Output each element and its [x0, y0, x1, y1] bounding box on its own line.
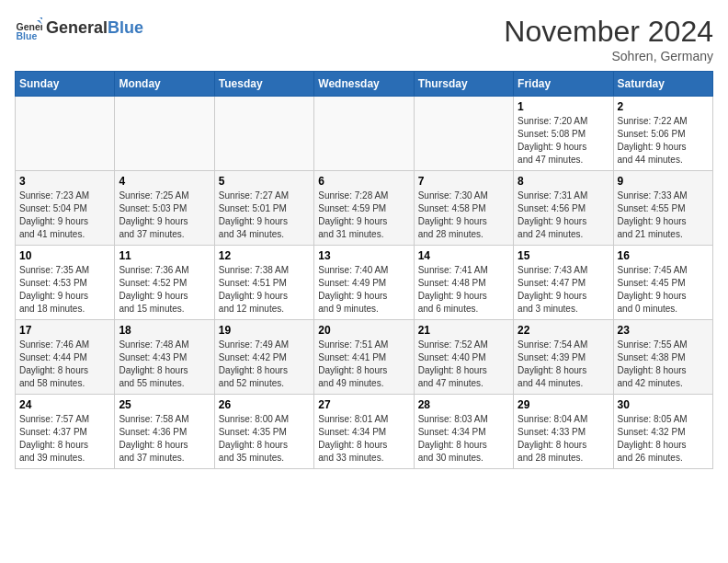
calendar-cell — [314, 97, 414, 171]
day-info: Sunrise: 8:03 AM Sunset: 4:34 PM Dayligh… — [418, 413, 509, 465]
month-title: November 2024 — [504, 15, 713, 49]
calendar-cell: 2Sunrise: 7:22 AM Sunset: 5:06 PM Daylig… — [613, 97, 712, 171]
day-number: 23 — [618, 324, 709, 337]
calendar-cell: 13Sunrise: 7:40 AM Sunset: 4:49 PM Dayli… — [314, 246, 414, 320]
location-title: Sohren, Germany — [504, 49, 713, 63]
day-info: Sunrise: 7:35 AM Sunset: 4:53 PM Dayligh… — [19, 264, 110, 316]
calendar-cell: 20Sunrise: 7:51 AM Sunset: 4:41 PM Dayli… — [314, 320, 414, 395]
calendar-cell: 21Sunrise: 7:52 AM Sunset: 4:40 PM Dayli… — [414, 320, 513, 395]
calendar-cell: 11Sunrise: 7:36 AM Sunset: 4:52 PM Dayli… — [115, 246, 214, 320]
day-number: 30 — [618, 398, 709, 411]
day-number: 4 — [119, 175, 210, 188]
day-info: Sunrise: 7:25 AM Sunset: 5:03 PM Dayligh… — [119, 190, 210, 241]
calendar-cell: 8Sunrise: 7:31 AM Sunset: 4:56 PM Daylig… — [514, 171, 613, 246]
weekday-header-sunday: Sunday — [16, 72, 115, 97]
calendar-cell: 18Sunrise: 7:48 AM Sunset: 4:43 PM Dayli… — [115, 320, 214, 395]
day-number: 14 — [418, 249, 509, 262]
calendar-cell: 15Sunrise: 7:43 AM Sunset: 4:47 PM Dayli… — [514, 246, 613, 320]
day-info: Sunrise: 7:23 AM Sunset: 5:04 PM Dayligh… — [19, 190, 110, 241]
title-area: November 2024 Sohren, Germany — [504, 15, 713, 63]
week-row-1: 1Sunrise: 7:20 AM Sunset: 5:08 PM Daylig… — [16, 97, 713, 171]
day-number: 29 — [518, 398, 609, 411]
weekday-header-wednesday: Wednesday — [314, 72, 414, 97]
calendar-cell: 16Sunrise: 7:45 AM Sunset: 4:45 PM Dayli… — [613, 246, 712, 320]
week-row-3: 10Sunrise: 7:35 AM Sunset: 4:53 PM Dayli… — [16, 246, 713, 320]
calendar-cell: 28Sunrise: 8:03 AM Sunset: 4:34 PM Dayli… — [414, 395, 513, 469]
day-number: 17 — [19, 324, 110, 337]
day-info: Sunrise: 7:33 AM Sunset: 4:55 PM Dayligh… — [618, 190, 709, 241]
calendar-cell: 5Sunrise: 7:27 AM Sunset: 5:01 PM Daylig… — [214, 171, 313, 246]
calendar-cell: 7Sunrise: 7:30 AM Sunset: 4:58 PM Daylig… — [414, 171, 513, 246]
day-info: Sunrise: 7:46 AM Sunset: 4:44 PM Dayligh… — [19, 339, 110, 390]
day-info: Sunrise: 7:49 AM Sunset: 4:42 PM Dayligh… — [219, 339, 310, 390]
day-info: Sunrise: 8:01 AM Sunset: 4:34 PM Dayligh… — [318, 413, 409, 465]
calendar-cell: 23Sunrise: 7:55 AM Sunset: 4:38 PM Dayli… — [613, 320, 712, 395]
weekday-header-tuesday: Tuesday — [214, 72, 313, 97]
calendar-cell: 24Sunrise: 7:57 AM Sunset: 4:37 PM Dayli… — [16, 395, 115, 469]
day-info: Sunrise: 8:04 AM Sunset: 4:33 PM Dayligh… — [518, 413, 609, 465]
weekday-header-monday: Monday — [115, 72, 214, 97]
day-info: Sunrise: 7:30 AM Sunset: 4:58 PM Dayligh… — [418, 190, 509, 241]
weekday-header-friday: Friday — [514, 72, 613, 97]
calendar-cell — [214, 97, 313, 171]
calendar-cell: 25Sunrise: 7:58 AM Sunset: 4:36 PM Dayli… — [115, 395, 214, 469]
week-row-5: 24Sunrise: 7:57 AM Sunset: 4:37 PM Dayli… — [16, 395, 713, 469]
weekday-header-thursday: Thursday — [414, 72, 513, 97]
calendar-cell: 9Sunrise: 7:33 AM Sunset: 4:55 PM Daylig… — [613, 171, 712, 246]
day-number: 2 — [618, 100, 709, 113]
day-info: Sunrise: 7:57 AM Sunset: 4:37 PM Dayligh… — [19, 413, 110, 465]
day-number: 11 — [119, 249, 210, 262]
day-info: Sunrise: 7:20 AM Sunset: 5:08 PM Dayligh… — [518, 115, 609, 167]
calendar-cell: 27Sunrise: 8:01 AM Sunset: 4:34 PM Dayli… — [314, 395, 414, 469]
day-number: 27 — [318, 398, 409, 411]
day-number: 25 — [119, 398, 210, 411]
day-number: 3 — [19, 175, 110, 188]
day-info: Sunrise: 7:27 AM Sunset: 5:01 PM Dayligh… — [219, 190, 310, 241]
day-info: Sunrise: 7:45 AM Sunset: 4:45 PM Dayligh… — [618, 264, 709, 316]
day-number: 7 — [418, 175, 509, 188]
day-number: 12 — [219, 249, 310, 262]
day-info: Sunrise: 7:38 AM Sunset: 4:51 PM Dayligh… — [219, 264, 310, 316]
calendar-cell: 4Sunrise: 7:25 AM Sunset: 5:03 PM Daylig… — [115, 171, 214, 246]
calendar-cell: 12Sunrise: 7:38 AM Sunset: 4:51 PM Dayli… — [214, 246, 313, 320]
day-info: Sunrise: 7:52 AM Sunset: 4:40 PM Dayligh… — [418, 339, 509, 390]
day-info: Sunrise: 7:55 AM Sunset: 4:38 PM Dayligh… — [618, 339, 709, 390]
day-info: Sunrise: 7:54 AM Sunset: 4:39 PM Dayligh… — [518, 339, 609, 390]
calendar-cell: 22Sunrise: 7:54 AM Sunset: 4:39 PM Dayli… — [514, 320, 613, 395]
day-number: 13 — [318, 249, 409, 262]
logo-text: GeneralBlue — [46, 19, 143, 38]
day-number: 19 — [219, 324, 310, 337]
day-number: 1 — [518, 100, 609, 113]
day-number: 22 — [518, 324, 609, 337]
day-info: Sunrise: 7:48 AM Sunset: 4:43 PM Dayligh… — [119, 339, 210, 390]
calendar-cell: 29Sunrise: 8:04 AM Sunset: 4:33 PM Dayli… — [514, 395, 613, 469]
day-info: Sunrise: 7:51 AM Sunset: 4:41 PM Dayligh… — [318, 339, 409, 390]
header: General Blue GeneralBlue November 2024 S… — [15, 15, 713, 63]
day-number: 21 — [418, 324, 509, 337]
calendar-cell: 3Sunrise: 7:23 AM Sunset: 5:04 PM Daylig… — [16, 171, 115, 246]
day-info: Sunrise: 7:58 AM Sunset: 4:36 PM Dayligh… — [119, 413, 210, 465]
calendar-cell: 17Sunrise: 7:46 AM Sunset: 4:44 PM Dayli… — [16, 320, 115, 395]
day-number: 26 — [219, 398, 310, 411]
calendar-cell: 30Sunrise: 8:05 AM Sunset: 4:32 PM Dayli… — [613, 395, 712, 469]
calendar-table: SundayMondayTuesdayWednesdayThursdayFrid… — [15, 71, 713, 469]
day-number: 8 — [518, 175, 609, 188]
day-number: 20 — [318, 324, 409, 337]
calendar-cell: 6Sunrise: 7:28 AM Sunset: 4:59 PM Daylig… — [314, 171, 414, 246]
week-row-2: 3Sunrise: 7:23 AM Sunset: 5:04 PM Daylig… — [16, 171, 713, 246]
weekday-header-row: SundayMondayTuesdayWednesdayThursdayFrid… — [16, 72, 713, 97]
calendar-cell — [115, 97, 214, 171]
day-number: 5 — [219, 175, 310, 188]
day-number: 15 — [518, 249, 609, 262]
calendar-cell: 26Sunrise: 8:00 AM Sunset: 4:35 PM Dayli… — [214, 395, 313, 469]
calendar-cell: 14Sunrise: 7:41 AM Sunset: 4:48 PM Dayli… — [414, 246, 513, 320]
day-number: 16 — [618, 249, 709, 262]
day-number: 6 — [318, 175, 409, 188]
logo: General Blue GeneralBlue — [15, 15, 143, 42]
day-info: Sunrise: 7:40 AM Sunset: 4:49 PM Dayligh… — [318, 264, 409, 316]
calendar-cell: 10Sunrise: 7:35 AM Sunset: 4:53 PM Dayli… — [16, 246, 115, 320]
day-info: Sunrise: 7:43 AM Sunset: 4:47 PM Dayligh… — [518, 264, 609, 316]
day-info: Sunrise: 8:05 AM Sunset: 4:32 PM Dayligh… — [618, 413, 709, 465]
day-number: 24 — [19, 398, 110, 411]
svg-text:Blue: Blue — [17, 30, 38, 41]
